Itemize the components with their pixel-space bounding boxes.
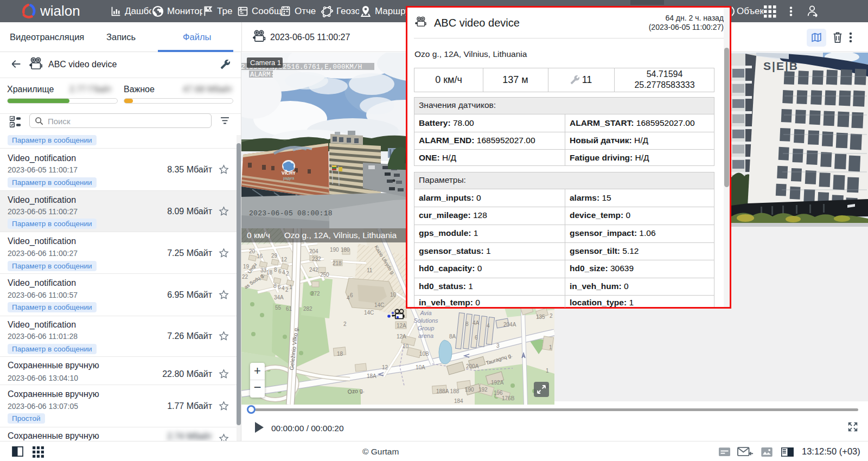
svg-text:16: 16: [257, 253, 263, 259]
svg-text:8A: 8A: [449, 334, 456, 340]
svg-text:6: 6: [350, 292, 353, 298]
svg-text:282: 282: [303, 306, 312, 312]
svg-text:232: 232: [312, 256, 321, 262]
svg-text:11: 11: [367, 267, 373, 273]
svg-text:18: 18: [266, 270, 273, 276]
svg-text:4A: 4A: [473, 320, 480, 326]
svg-text:14C: 14C: [364, 310, 374, 316]
svg-text:3: 3: [496, 343, 500, 349]
svg-text:1: 1: [546, 368, 549, 374]
svg-text:190: 190: [330, 247, 339, 253]
svg-text:135: 135: [536, 314, 545, 320]
svg-text:радуга: радуга: [283, 176, 295, 181]
svg-text:Camera 1: Camera 1: [250, 59, 281, 67]
svg-text:8: 8: [273, 283, 277, 289]
svg-text:VICHY: VICHY: [282, 170, 296, 176]
svg-text:200A: 200A: [466, 363, 479, 369]
svg-text:6: 6: [475, 335, 478, 341]
svg-text:242: 242: [309, 267, 318, 273]
svg-text:10A: 10A: [416, 364, 425, 370]
svg-text:S|E|B: S|E|B: [763, 60, 799, 72]
svg-text:12: 12: [382, 364, 388, 370]
svg-text:188A 188: 188A 188: [436, 388, 459, 394]
svg-text:192: 192: [478, 387, 488, 393]
svg-text:6: 6: [278, 284, 281, 290]
svg-text:8: 8: [274, 267, 277, 273]
svg-text:10B: 10B: [419, 351, 429, 357]
svg-text:ALARM:: ALARM:: [250, 71, 275, 79]
svg-text:272: 272: [311, 291, 320, 297]
svg-text:34A: 34A: [274, 294, 284, 300]
svg-text:180: 180: [341, 247, 350, 253]
svg-text:22: 22: [242, 274, 248, 280]
svg-text:4: 4: [487, 323, 490, 329]
svg-text:12A: 12A: [397, 334, 406, 340]
svg-text:18A: 18A: [367, 373, 376, 379]
svg-text:Group: Group: [418, 325, 435, 331]
svg-text:10: 10: [403, 343, 409, 349]
svg-text:Solutions: Solutions: [413, 317, 438, 324]
svg-text:4: 4: [282, 285, 285, 291]
svg-text:218: 218: [333, 260, 342, 266]
svg-text:55: 55: [275, 305, 282, 311]
svg-text:1: 1: [289, 284, 292, 290]
svg-text:61: 61: [286, 306, 292, 312]
svg-text:Avia: Avia: [419, 310, 431, 316]
svg-text:204: 204: [309, 248, 318, 254]
svg-text:2: 2: [285, 287, 289, 293]
svg-text:12A: 12A: [397, 323, 406, 329]
svg-text:176B: 176B: [502, 395, 515, 401]
svg-text:192A: 192A: [491, 380, 504, 386]
svg-text:2023-06-05 08:00:18: 2023-06-05 08:00:18: [249, 209, 333, 217]
svg-text:250: 250: [320, 272, 329, 278]
svg-text:8: 8: [465, 321, 469, 327]
svg-text:6: 6: [278, 268, 282, 274]
svg-text:204A: 204A: [503, 322, 516, 328]
svg-text:4: 4: [347, 295, 350, 301]
svg-text:184: 184: [454, 398, 463, 404]
svg-text:1: 1: [549, 344, 552, 350]
svg-text:20: 20: [249, 248, 256, 254]
svg-text:2: 2: [286, 271, 289, 277]
svg-text:2: 2: [550, 313, 553, 319]
svg-text:10: 10: [390, 292, 397, 298]
svg-text:29: 29: [271, 253, 278, 259]
svg-text:12: 12: [281, 257, 288, 262]
svg-text:190: 190: [465, 387, 474, 393]
svg-text:18: 18: [337, 351, 343, 357]
svg-text:2: 2: [343, 321, 347, 327]
svg-text:arena: arena: [418, 332, 433, 339]
svg-text:14C: 14C: [374, 302, 384, 308]
svg-text:4: 4: [282, 270, 285, 276]
